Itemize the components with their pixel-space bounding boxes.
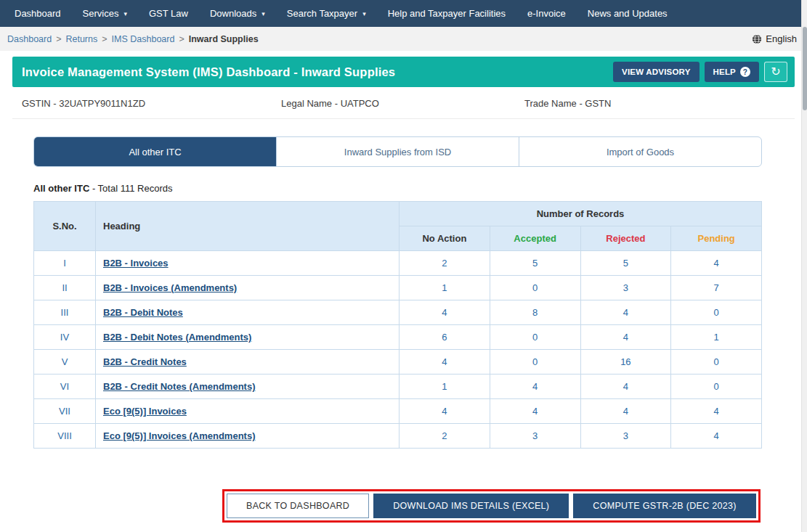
nav-item-label: e-Invoice [527, 8, 566, 19]
section-title-rest: - Total 111 Records [89, 183, 172, 194]
nav-item-downloads[interactable]: Downloads▾ [199, 0, 276, 27]
question-icon: ? [740, 67, 750, 77]
tab-import-of-goods[interactable]: Import of Goods [519, 137, 761, 166]
record-count-accepted[interactable]: 4 [490, 399, 580, 424]
gstin-value: GSTIN - 32UATPY9011N1ZD [22, 98, 281, 109]
table-row: IIB2B - Invoices (Amendments)1037 [34, 276, 762, 300]
record-count-rejected[interactable]: 16 [580, 350, 671, 375]
record-count-no-action[interactable]: 2 [400, 424, 490, 449]
compute-gstr2b-button[interactable]: COMPUTE GSTR-2B (DEC 2023) [573, 494, 755, 518]
record-heading-link-b2b-credit-notes-amendments[interactable]: B2B - Credit Notes (Amendments) [103, 381, 255, 392]
record-heading-link-b2b-debit-notes-amendments[interactable]: B2B - Debit Notes (Amendments) [103, 332, 251, 343]
record-count-rejected[interactable]: 4 [580, 375, 671, 399]
record-count-rejected[interactable]: 3 [580, 276, 671, 300]
row-heading-cell: Eco [9(5)] Invoices (Amendments) [96, 424, 400, 449]
taxpayer-info-row: GSTIN - 32UATPY9011N1ZD Legal Name - UAT… [12, 87, 795, 119]
tab-inward-supplies-from-isd[interactable]: Inward Supplies from ISD [277, 137, 519, 166]
nav-item-label: Dashboard [15, 8, 61, 19]
breadcrumb-link-dashboard[interactable]: Dashboard [7, 34, 52, 44]
record-count-pending[interactable]: 4 [671, 399, 762, 424]
record-heading-link-b2b-invoices[interactable]: B2B - Invoices [103, 258, 169, 269]
record-count-accepted[interactable]: 0 [490, 325, 580, 350]
record-heading-link-b2b-invoices-amendments[interactable]: B2B - Invoices (Amendments) [103, 282, 237, 293]
chevron-down-icon: ▾ [123, 10, 127, 17]
language-label: English [766, 33, 797, 44]
help-button[interactable]: HELP ? [705, 62, 759, 82]
record-count-pending[interactable]: 4 [671, 251, 762, 276]
record-heading-link-eco-9-5-invoices[interactable]: Eco [9(5)] Invoices [103, 406, 187, 417]
nav-item-e-invoice[interactable]: e-Invoice [516, 0, 577, 27]
record-count-pending[interactable]: 0 [671, 375, 762, 399]
row-heading-cell: Eco [9(5)] Invoices [96, 399, 400, 424]
records-table-body: IB2B - Invoices2554IIB2B - Invoices (Ame… [34, 251, 762, 449]
record-count-accepted[interactable]: 3 [490, 424, 580, 449]
nav-item-help-and-taxpayer-facilities[interactable]: Help and Taxpayer Facilities [377, 0, 516, 27]
row-sno: V [34, 350, 96, 375]
row-heading-cell: B2B - Invoices [96, 251, 400, 276]
record-count-pending[interactable]: 4 [671, 424, 762, 449]
breadcrumb-current: Inward Supplies [189, 34, 259, 44]
record-heading-link-b2b-debit-notes[interactable]: B2B - Debit Notes [103, 307, 183, 318]
record-count-accepted[interactable]: 8 [490, 300, 580, 325]
column-header-pending: Pending [671, 226, 762, 251]
breadcrumb-link-returns[interactable]: Returns [65, 34, 97, 44]
row-heading-cell: B2B - Credit Notes [96, 350, 400, 375]
globe-icon [752, 34, 762, 44]
record-count-no-action[interactable]: 4 [400, 399, 490, 424]
view-advisory-button[interactable]: VIEW ADVISORY [613, 62, 699, 82]
section-title-bold: All other ITC [33, 183, 89, 194]
record-count-no-action[interactable]: 6 [400, 325, 490, 350]
row-sno: VIII [34, 424, 96, 449]
annotation-highlight-box: BACK TO DASHBOARDDOWNLOAD IMS DETAILS (E… [222, 489, 761, 523]
column-header-accepted: Accepted [490, 226, 580, 251]
record-count-no-action[interactable]: 2 [400, 251, 490, 276]
record-count-accepted[interactable]: 5 [490, 251, 580, 276]
row-heading-cell: B2B - Debit Notes (Amendments) [96, 325, 400, 350]
nav-item-label: Search Taxpayer [287, 8, 357, 19]
record-heading-link-b2b-credit-notes[interactable]: B2B - Credit Notes [103, 356, 187, 367]
record-count-accepted[interactable]: 0 [490, 350, 580, 375]
record-count-no-action[interactable]: 1 [400, 375, 490, 399]
nav-item-gst-law[interactable]: GST Law [138, 0, 199, 27]
download-ims-details-button[interactable]: DOWNLOAD IMS DETAILS (EXCEL) [373, 494, 569, 518]
record-count-rejected[interactable]: 4 [580, 300, 671, 325]
record-count-pending[interactable]: 0 [671, 300, 762, 325]
record-count-rejected[interactable]: 3 [580, 424, 671, 449]
scrollbar-thumb[interactable] [803, 27, 807, 110]
page-header: Invoice Management System (IMS) Dashboar… [12, 57, 795, 87]
record-count-pending[interactable]: 1 [671, 325, 762, 350]
record-count-no-action[interactable]: 4 [400, 350, 490, 375]
refresh-icon: ↻ [771, 66, 780, 78]
nav-item-search-taxpayer[interactable]: Search Taxpayer▾ [276, 0, 377, 27]
nav-item-dashboard[interactable]: Dashboard [4, 0, 72, 27]
record-count-rejected[interactable]: 4 [580, 399, 671, 424]
table-row: VIIEco [9(5)] Invoices4444 [34, 399, 762, 424]
record-count-rejected[interactable]: 5 [580, 251, 671, 276]
back-to-dashboard-button[interactable]: BACK TO DASHBOARD [227, 494, 369, 518]
nav-item-label: Downloads [210, 8, 256, 19]
breadcrumb-link-ims-dashboard[interactable]: IMS Dashboard [112, 34, 175, 44]
footer-actions: BACK TO DASHBOARDDOWNLOAD IMS DETAILS (E… [227, 494, 756, 518]
nav-item-news-and-updates[interactable]: News and Updates [577, 0, 678, 27]
breadcrumb-separator: > [56, 34, 61, 44]
scrollbar[interactable] [801, 0, 807, 532]
record-heading-link-eco-9-5-invoices-amendments[interactable]: Eco [9(5)] Invoices (Amendments) [103, 430, 256, 441]
record-count-accepted[interactable]: 4 [490, 375, 580, 399]
record-count-pending[interactable]: 7 [671, 276, 762, 300]
record-count-rejected[interactable]: 4 [580, 325, 671, 350]
row-sno: I [34, 251, 96, 276]
tab-all-other-itc[interactable]: All other ITC [34, 137, 277, 166]
trade-name-value: Trade Name - GSTN [524, 98, 611, 109]
row-sno: VII [34, 399, 96, 424]
record-count-pending[interactable]: 0 [671, 350, 762, 375]
nav-item-services[interactable]: Services▾ [72, 0, 138, 27]
record-count-accepted[interactable]: 0 [490, 276, 580, 300]
tab-bar: All other ITCInward Supplies from ISDImp… [33, 136, 762, 167]
record-count-no-action[interactable]: 1 [400, 276, 490, 300]
refresh-button[interactable]: ↻ [764, 62, 787, 82]
nav-item-label: News and Updates [588, 8, 668, 19]
column-header-rejected: Rejected [580, 226, 671, 251]
footer: BACK TO DASHBOARDDOWNLOAD IMS DETAILS (E… [222, 489, 807, 523]
language-selector[interactable]: English [752, 33, 797, 44]
record-count-no-action[interactable]: 4 [400, 300, 490, 325]
